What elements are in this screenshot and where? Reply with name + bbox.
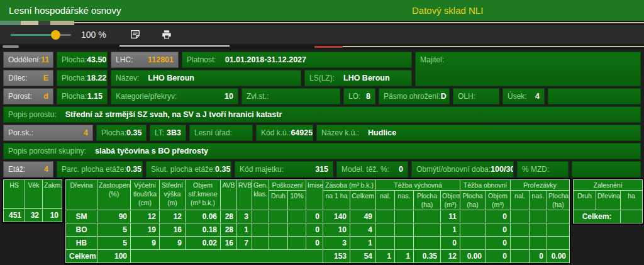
field-majitel: Majitel:	[415, 52, 641, 86]
table-cell	[269, 210, 288, 223]
printer-icon[interactable]	[160, 28, 173, 41]
col-stredni-vyska: Střední výška (m)	[160, 180, 186, 210]
table-cell: 0	[306, 223, 323, 236]
field-value: Hudlice	[368, 128, 396, 137]
map-fragment	[3, 45, 19, 48]
col-objem-m3: Objem (m³)	[441, 190, 460, 210]
table-cell: 0.06	[186, 210, 221, 223]
table-cell: 28	[221, 210, 237, 223]
col-avb: AVB	[221, 180, 237, 210]
field-zvl-st: Zvl.st.:	[242, 88, 340, 104]
stand-form: Oddělení: 11 Plocha: 43.50 LHC: 112801 P…	[0, 49, 644, 178]
field-value: 01.01.2018-31.12.2027	[225, 55, 306, 64]
field-parc-plocha: Parc. plocha etáže: 0.35	[57, 161, 143, 178]
field-value: 100/30	[491, 165, 514, 174]
field-label: Majitel:	[420, 55, 444, 64]
table-cell: 90	[97, 210, 131, 223]
table-cell	[395, 236, 414, 249]
table-cell	[460, 236, 486, 249]
table-cell: 0	[486, 210, 511, 223]
table-cell: HB	[66, 236, 97, 249]
table-cell: Celkem:	[574, 210, 621, 223]
table-cell	[547, 223, 570, 236]
col-drevina: Dřevina	[66, 180, 97, 210]
map-scrollbar[interactable]	[119, 45, 230, 47]
col-ha: ha	[621, 190, 643, 210]
field-lo: LO: 8	[343, 88, 375, 104]
field-value: 4	[535, 92, 540, 101]
field-platnost: Platnost: 01.01.2018-31.12.2027	[182, 52, 412, 68]
field-label: LT:	[155, 128, 164, 137]
field-label: Dílec:	[8, 74, 28, 82]
field-nazev-ku: Název k.ú.: Hudlice	[316, 125, 641, 141]
table-cell: 0	[306, 236, 323, 249]
table-cell	[511, 249, 530, 262]
field-label: Obmýtí/obnovní doba:	[416, 165, 491, 174]
table-cell: 1	[395, 249, 414, 262]
table-cell: 11	[441, 210, 460, 223]
field-lhc: LHC: 112801	[111, 52, 179, 68]
table-cell: 12	[441, 249, 460, 262]
col-zastoupeni: Zastoupení (%)	[97, 180, 131, 210]
field-label: LO:	[348, 92, 360, 101]
map-fragment	[0, 21, 74, 25]
field-label: Parc. plocha etáže:	[62, 165, 126, 174]
table-cell: 451	[4, 209, 25, 222]
field-value: 4	[84, 128, 88, 137]
col-plocha-ha: Plocha (ha)	[460, 190, 486, 210]
field-por-sk: Por.sk.: 4	[3, 125, 93, 141]
field-ls-lz: LS(LZ): LHO Beroun	[304, 70, 412, 86]
titlebar: Lesní hospodářské osnovy Datový sklad NL…	[0, 0, 644, 21]
field-porost: Porost: d	[3, 88, 53, 104]
field-value: 18.22	[87, 74, 106, 82]
col-druh: Druh	[269, 190, 288, 210]
table-cell	[376, 223, 395, 236]
table-cell: 3	[237, 210, 252, 223]
table-cell: 4	[350, 223, 376, 236]
field-dilec-plocha: Plocha: 18.22	[57, 70, 108, 86]
table-cell	[395, 223, 414, 236]
field-etaz: Etáž: 4	[3, 161, 53, 178]
annotation-icon[interactable]	[129, 28, 142, 41]
zalesneni-table: Zalesnění Druh Dřevina ha Celkem:	[573, 179, 643, 223]
table-cell: 1	[350, 236, 376, 249]
field-value: slabá tyčovina s BO předrosty	[95, 147, 208, 155]
colgroup-tezba-vychovna: Těžba výchovná	[376, 180, 460, 191]
table-cell: 0	[441, 236, 460, 249]
col-plocha-ha: Plocha (ha)	[547, 190, 570, 210]
table-cell: 1	[441, 223, 460, 236]
table-cell: BO	[66, 223, 97, 236]
table-cell: 5	[97, 223, 131, 236]
table-header-row: Zalesnění	[574, 180, 643, 191]
zoom-slider-thumb[interactable]	[51, 30, 60, 40]
table-cell: 12	[160, 210, 186, 223]
colgroup-prorezavky: Prořezávky	[511, 180, 570, 191]
table-cell: 1	[237, 223, 252, 236]
field-popis-skupiny: Popis porostní skupiny: slabá tyčovina s…	[3, 143, 641, 159]
col-gen-klas: Gen. klas.	[252, 180, 269, 210]
field-skut-plocha: Skut. plocha etáže: 0.35	[146, 161, 231, 178]
field-value: 0.35	[126, 165, 142, 174]
field-value: 0.35	[215, 165, 230, 174]
zoom-slider[interactable]	[11, 34, 71, 36]
table-cell	[414, 210, 441, 223]
field-label: Kategorie/překryv:	[116, 92, 177, 101]
stand-summary-table: HS Věk Zakm. 4513210	[3, 179, 62, 222]
field-value: 0.35	[126, 128, 142, 137]
field-label: Popis porostu:	[8, 110, 57, 119]
field-usek: Úsek: 4	[502, 88, 545, 104]
col-rvb: RVB	[237, 180, 252, 210]
table-cell	[376, 236, 395, 249]
table-cell	[252, 223, 269, 236]
table-cell: 5	[97, 236, 131, 249]
table-cell	[547, 236, 570, 249]
table-cell: SM	[66, 210, 97, 223]
field-label: Popis porostní skupiny:	[8, 147, 86, 155]
table-cell: Celkem:	[66, 249, 97, 262]
stand-tables: HS Věk Zakm. 4513210 Dřevina Zastoupení …	[0, 179, 644, 263]
field-value: LHO Beroun	[148, 74, 194, 82]
col-nal: nal.	[376, 190, 395, 210]
table-cell	[511, 210, 530, 223]
field-model-tez: Model. těž. %: 0	[336, 161, 408, 178]
table-cell: 153	[323, 249, 350, 262]
